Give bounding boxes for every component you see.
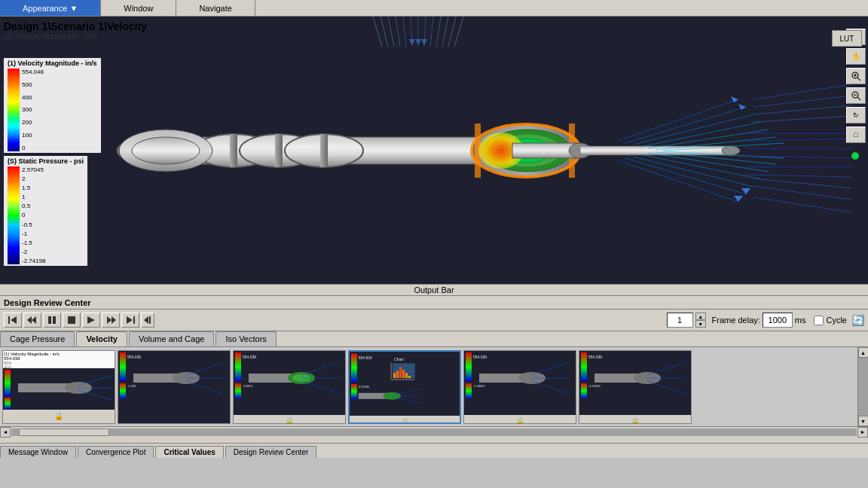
frame-delay-label: Frame delay:	[712, 316, 760, 325]
svg-marker-89	[112, 316, 116, 324]
tab-iso-vectors[interactable]: Iso Vectors	[215, 331, 276, 346]
step-forward-button[interactable]	[102, 313, 120, 328]
frame-up-button[interactable]: ▲	[695, 313, 706, 320]
svg-marker-87	[87, 316, 95, 324]
status-tab-design-review-center[interactable]: Design Review Center	[225, 446, 317, 458]
status-tab-convergence-plot[interactable]: Convergence Plot	[78, 446, 154, 458]
svg-rect-131	[399, 367, 402, 378]
svg-rect-23	[275, 134, 283, 167]
svg-text:-3.15344: -3.15344	[588, 384, 601, 388]
svg-rect-103	[120, 352, 126, 381]
pres-label-n1_5: -1.5	[22, 239, 46, 246]
step-back-button[interactable]	[23, 313, 41, 328]
hscroll-thumb[interactable]	[19, 429, 109, 436]
svg-marker-81	[11, 316, 17, 324]
pres-label-n0_5: -0.5	[22, 221, 46, 228]
rotate-icon[interactable]: ↻	[846, 107, 866, 124]
pres-label-n1: -1	[22, 230, 46, 237]
svg-rect-113	[235, 352, 241, 381]
menu-appearance[interactable]: Appearance ▼	[0, 0, 101, 16]
svg-rect-128	[390, 379, 414, 380]
svg-rect-86	[68, 316, 75, 324]
play-button[interactable]	[82, 313, 100, 328]
pres-label-n2: -2	[22, 249, 46, 255]
thumbnail-strip: (1) Velocity Magnitude - in/s554.0395004…	[0, 347, 857, 426]
skip-to-end-button[interactable]	[121, 313, 139, 328]
svg-rect-101	[5, 398, 11, 409]
main-viewport: Design 1\Scenario 1\Velocity (1) Velocit…	[0, 17, 868, 284]
pressure-legend: (S) Static Pressure - psi 2.57045 2 1.5 …	[4, 156, 87, 266]
svg-marker-83	[27, 316, 32, 324]
svg-text:554.829: 554.829	[359, 356, 372, 360]
vscroll-track[interactable]	[858, 358, 869, 416]
status-tab-critical-values[interactable]: Critical Values	[155, 446, 223, 458]
lut-button[interactable]: LUT	[832, 30, 862, 47]
box-icon[interactable]: □	[846, 127, 866, 143]
svg-text:2.57045: 2.57045	[359, 384, 370, 388]
frame-nav-button[interactable]	[141, 313, 154, 328]
svg-rect-129	[393, 373, 396, 378]
svg-rect-124	[351, 353, 357, 381]
svg-marker-91	[127, 316, 133, 324]
skip-to-start-button[interactable]	[4, 313, 22, 328]
tab-cage-pressure[interactable]: Cage Pressure	[0, 331, 75, 346]
vscroll-up-button[interactable]: ▲	[858, 347, 869, 358]
svg-rect-80	[8, 316, 10, 324]
svg-text:Chart:: Chart:	[394, 358, 404, 361]
menu-navigate[interactable]: Navigate	[176, 0, 255, 16]
design-review-title: Design Review Center	[0, 296, 868, 310]
velocity-gradient-bar	[8, 69, 20, 151]
thumbnail-6[interactable]: 554.039 -3.15344 🔒	[579, 350, 692, 424]
frame-delay-input[interactable]	[763, 313, 793, 328]
thumbnail-2[interactable]: 554.039 -1.225 🔒	[118, 350, 231, 424]
status-tab-message-window[interactable]: Message Window	[0, 446, 76, 458]
svg-rect-123	[350, 352, 460, 415]
pres-label-2: 2	[22, 175, 46, 182]
svg-text:554.039: 554.039	[473, 355, 487, 359]
right-toolbar: LUT ✋ ↻ □	[846, 23, 866, 143]
svg-rect-85	[53, 316, 56, 324]
zoom-out-icon[interactable]	[846, 87, 866, 104]
frame-down-button[interactable]: ▼	[695, 320, 706, 328]
stop-button[interactable]	[63, 313, 81, 328]
hscroll-right-button[interactable]: ►	[857, 427, 868, 438]
thumb-6-lock: 🔒	[579, 415, 691, 424]
svg-text:554.039: 554.039	[588, 355, 602, 359]
zoom-in-icon[interactable]	[846, 68, 866, 84]
cycle-icon[interactable]: 🔄	[851, 314, 864, 326]
output-bar: Output Bar	[0, 284, 868, 296]
svg-rect-134	[408, 376, 411, 378]
pressure-legend-title: (S) Static Pressure - psi	[8, 157, 84, 165]
svg-point-67	[851, 152, 859, 160]
thumbnail-hscroll: ◄ ►	[0, 426, 868, 437]
svg-rect-112	[234, 351, 345, 415]
thumbnail-1[interactable]: (1) Velocity Magnitude - in/s554.0395004…	[2, 350, 115, 424]
pressure-labels: 2.57045 2 1.5 1 0.5 0 -0.5 -1 -1.5 -2 -2…	[22, 166, 46, 264]
cycle-label: Cycle	[826, 316, 847, 325]
thumbnail-5[interactable]: 554.039 -1.43587 🔒	[463, 350, 576, 424]
hscroll-track[interactable]	[11, 429, 857, 436]
hand-icon[interactable]: ✋	[846, 48, 866, 65]
tab-velocity[interactable]: Velocity	[76, 331, 127, 346]
thumbnail-3[interactable]: 554.039 -3.0075 🔒	[233, 350, 346, 424]
svg-rect-93	[149, 316, 151, 324]
pause-button[interactable]	[43, 313, 61, 328]
viewport-main-title: Design 1\Scenario 1\Velocity	[4, 20, 147, 32]
tab-volume-cage[interactable]: Volume and Cage	[129, 331, 214, 346]
svg-text:554.039: 554.039	[127, 355, 141, 359]
svg-rect-133	[405, 373, 408, 378]
playback-controls: ▲ ▼ Frame delay: ms Cycle 🔄	[0, 310, 868, 331]
menu-window[interactable]: Window	[101, 0, 176, 16]
frame-number-input[interactable]	[667, 313, 693, 328]
ms-label: ms	[795, 316, 806, 325]
thumbnail-4[interactable]: Chart: 554.829 2.570	[348, 350, 461, 424]
thumb-4-lock: 🔒	[350, 416, 460, 424]
cycle-checkbox[interactable]	[814, 316, 824, 325]
vel-label-200: 200	[22, 119, 44, 126]
svg-text:-1.43587: -1.43587	[473, 384, 486, 388]
svg-rect-109	[120, 383, 126, 398]
vscroll-down-button[interactable]: ▼	[858, 416, 869, 426]
design-review-panel: Design Review Center ▲	[0, 296, 868, 443]
thumb-1-lock: 🔒	[3, 410, 115, 423]
hscroll-left-button[interactable]: ◄	[0, 427, 11, 438]
